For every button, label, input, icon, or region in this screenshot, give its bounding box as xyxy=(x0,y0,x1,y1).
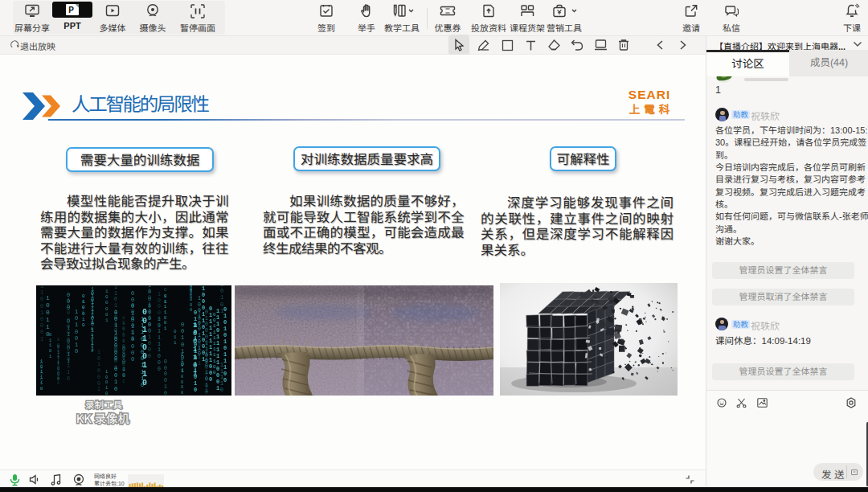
svg-text:11011010000001: 11011010000001 xyxy=(114,285,117,371)
svg-text:00011: 00011 xyxy=(198,336,201,367)
svg-text:1011010001: 1011010001 xyxy=(122,320,125,378)
svg-text:1010010: 1010010 xyxy=(75,309,78,355)
svg-text:100011010001: 100011010001 xyxy=(202,285,205,363)
svg-text:011111111000: 011111111000 xyxy=(209,305,212,383)
svg-text:100001: 100001 xyxy=(158,292,161,329)
svg-text:010101011100: 010101011100 xyxy=(223,306,227,383)
svg-text:P: P xyxy=(68,6,74,14)
svg-text:011001000: 011001000 xyxy=(148,304,151,359)
svg-text:1001011: 1001011 xyxy=(205,351,208,394)
svg-text:1001101: 1001101 xyxy=(193,322,198,378)
svg-text:1110111110001: 1110111110001 xyxy=(216,308,219,392)
svg-text:KK 录像机: KK 录像机 xyxy=(76,409,130,426)
svg-text:100110: 100110 xyxy=(46,294,50,338)
svg-text:00010110000: 00010110000 xyxy=(131,290,134,363)
svg-text:0011001111: 0011001111 xyxy=(91,291,94,352)
svg-text:101: 101 xyxy=(198,310,201,327)
svg-text:001100110: 001100110 xyxy=(142,308,147,387)
svg-text:1010001: 1010001 xyxy=(97,350,100,392)
svg-text:110010001: 110010001 xyxy=(40,285,43,342)
svg-text:100001: 100001 xyxy=(105,289,108,323)
svg-text:000010: 000010 xyxy=(164,359,167,396)
svg-text:0110011: 0110011 xyxy=(67,318,70,364)
svg-text:011: 011 xyxy=(174,329,177,346)
